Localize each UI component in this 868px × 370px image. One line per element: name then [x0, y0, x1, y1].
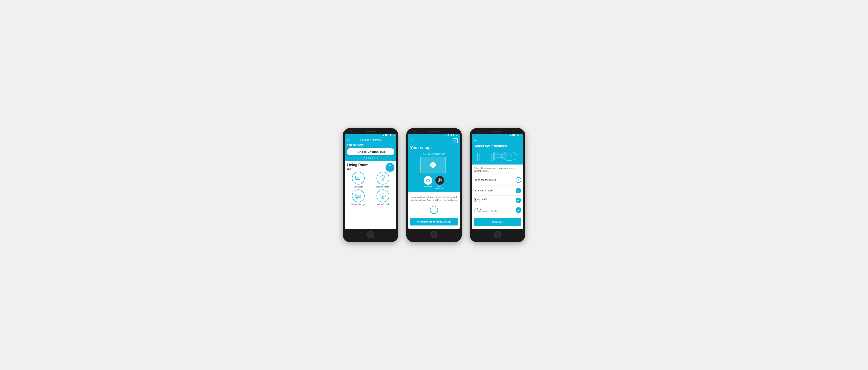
- continue-button[interactable]: Continue: [474, 218, 521, 226]
- app-title: Harmony Express: [360, 138, 381, 141]
- phone-2-screen: ▲ ▌▌▌ ▐ 7:29 ← ? Your setup. Sony TV - X…: [408, 134, 460, 229]
- command-bubble: Tune to Channel 038: [347, 148, 394, 156]
- svg-point-24: [439, 180, 440, 181]
- grid-item-room-settings[interactable]: Room Settings: [371, 172, 394, 188]
- svg-rect-31: [494, 152, 505, 155]
- back-button[interactable]: ←: [410, 139, 414, 143]
- svg-rect-32: [494, 155, 505, 157]
- voice-control-icon: [376, 190, 389, 202]
- status-bar-3: ▲ ▌▌▌ ▐ 7:29: [472, 134, 523, 137]
- hdmi1-label: HDMI 1/MHL: [424, 186, 433, 187]
- setup-title: Your setup.: [408, 145, 460, 153]
- device-row-appletv[interactable]: Apple TV 2/3 Syls Desk: [474, 196, 521, 205]
- edit-setup-label: Edit Setup: [354, 186, 363, 188]
- phone-speaker: [366, 131, 376, 132]
- add-device-button-3[interactable]: +: [516, 177, 521, 183]
- device-settings-icon: [352, 190, 365, 202]
- firetv-info: Fire TV Balasubramanian's Fire TV: [474, 207, 516, 212]
- home-button-2[interactable]: [430, 231, 438, 238]
- phone-2: ▲ ▌▌▌ ▐ 7:29 ← ? Your setup. Sony TV - X…: [406, 128, 462, 242]
- room-settings-label: Room Settings: [376, 186, 390, 188]
- firetv-check[interactable]: [516, 207, 521, 213]
- tv-illustration: 🌿: [418, 157, 450, 174]
- svg-point-30: [510, 154, 511, 156]
- connector-hdmi2: HDMI 2 Google Chr...: [435, 176, 444, 189]
- grid-item-device-settings[interactable]: Device Settings: [347, 190, 370, 205]
- edit-setup-icon: [352, 172, 365, 184]
- phone-speaker-3: [492, 131, 502, 132]
- wifi-icon: ▲: [383, 134, 384, 136]
- airtv-name: AirTV AirTV Player: [474, 189, 516, 192]
- device-row-no-device[interactable]: I don't see my device +: [474, 175, 521, 185]
- dot-2[interactable]: [366, 157, 367, 159]
- firetv-sub: Balasubramanian's Fire TV: [474, 210, 516, 212]
- dot-3[interactable]: [368, 157, 369, 159]
- menu-icon[interactable]: [347, 139, 350, 141]
- dot-1[interactable]: [364, 157, 365, 159]
- no-device-info: I don't see my device: [474, 178, 516, 181]
- device-visual-section: Sony TV - XBR-49X700D 🌿: [408, 153, 460, 192]
- back-button-3[interactable]: ←: [474, 138, 521, 142]
- phone-1: ▲ ▌▌▌ ▐ 7:29 Harmony Express You can say…: [343, 128, 398, 242]
- airtv-check[interactable]: [516, 188, 521, 193]
- phone-3: ▲ ▌▌▌ ▐ 7:29 ← Select your devices: [470, 128, 525, 242]
- phone-speaker-2: [429, 131, 439, 132]
- status-icons: ▲ ▌▌▌ ▐ 7:29: [383, 134, 395, 136]
- grid-item-voice-control[interactable]: Voice Control: [371, 190, 394, 205]
- status-bar: ▲ ▌▌▌ ▐ 7:29: [345, 134, 396, 137]
- svg-rect-6: [382, 178, 384, 181]
- svg-rect-13: [360, 196, 361, 196]
- wifi-icon-2: ▲: [446, 134, 448, 136]
- appletv-check[interactable]: [516, 198, 521, 203]
- dot-6[interactable]: [374, 157, 376, 159]
- time-display: 7:29: [391, 134, 395, 136]
- select-devices-body: Tell us which entertainment devices are …: [472, 165, 523, 228]
- dot-7[interactable]: [376, 157, 378, 159]
- status-icons-3: ▲ ▌▌▌ ▐ 7:29: [509, 134, 522, 136]
- carousel-dots: [347, 157, 394, 159]
- svg-rect-14: [382, 193, 384, 197]
- voice-control-label: Voice Control: [377, 203, 389, 205]
- setup-body: Congratulations, all your devices are co…: [408, 192, 460, 229]
- signal-icon-2: ▌▌▌: [448, 134, 452, 136]
- svg-rect-25: [477, 153, 493, 161]
- svg-rect-3: [356, 177, 359, 178]
- home-body: Living Room: [345, 161, 396, 207]
- device-name-label: Sony TV - XBR-49X700D: [423, 153, 445, 156]
- add-device-button[interactable]: +: [430, 206, 438, 214]
- appletv-name: Apple TV 2/3: [474, 198, 516, 201]
- hdmi2-label: HDMI 2 Google Chr...: [435, 186, 444, 189]
- device-row-airtv[interactable]: AirTV AirTV Player: [474, 186, 521, 196]
- time-display-2: 7:29: [455, 134, 458, 136]
- tv-edit-icon[interactable]: [430, 162, 436, 168]
- svg-rect-26: [479, 154, 492, 161]
- battery-icon-3: ▐: [516, 134, 518, 136]
- select-devices-title: Select your devices: [474, 144, 521, 150]
- wifi-icon-3: ▲: [509, 134, 511, 136]
- device-settings-label: Device Settings: [351, 203, 365, 205]
- dot-5[interactable]: [372, 157, 373, 159]
- finish-setup-button[interactable]: Finished creating my setup: [410, 218, 458, 226]
- home-button-3[interactable]: [494, 231, 501, 238]
- signal-icon: ▌▌▌: [385, 134, 389, 136]
- phone-1-screen: ▲ ▌▌▌ ▐ 7:29 Harmony Express You can say…: [345, 134, 396, 229]
- grid-item-edit-setup[interactable]: Edit Setup: [347, 172, 370, 188]
- battery-icon: ▐: [390, 134, 391, 136]
- select-devices-subtitle: Tell us which entertainment devices are …: [474, 167, 521, 172]
- say-label: You can say:: [347, 143, 394, 146]
- phone-camera-3: [477, 131, 479, 132]
- connector-list: HDMI 1/MHL HDMI 2 Google Chr...: [424, 176, 444, 189]
- device-row-firetv[interactable]: Fire TV Balasubramanian's Fire TV: [474, 205, 521, 215]
- home-button[interactable]: [367, 231, 374, 238]
- svg-point-28: [506, 155, 508, 156]
- battery-icon: [347, 168, 350, 170]
- svg-rect-33: [494, 158, 505, 160]
- svg-rect-10: [356, 198, 358, 198]
- remote-icon: [389, 165, 391, 169]
- remote-fab[interactable]: [385, 163, 394, 172]
- setup-header: ← ?: [408, 137, 460, 145]
- no-device-name: I don't see my device: [474, 178, 516, 181]
- dot-4[interactable]: [370, 157, 371, 159]
- time-display-3: 7:29: [518, 134, 522, 136]
- help-button[interactable]: ?: [453, 138, 458, 143]
